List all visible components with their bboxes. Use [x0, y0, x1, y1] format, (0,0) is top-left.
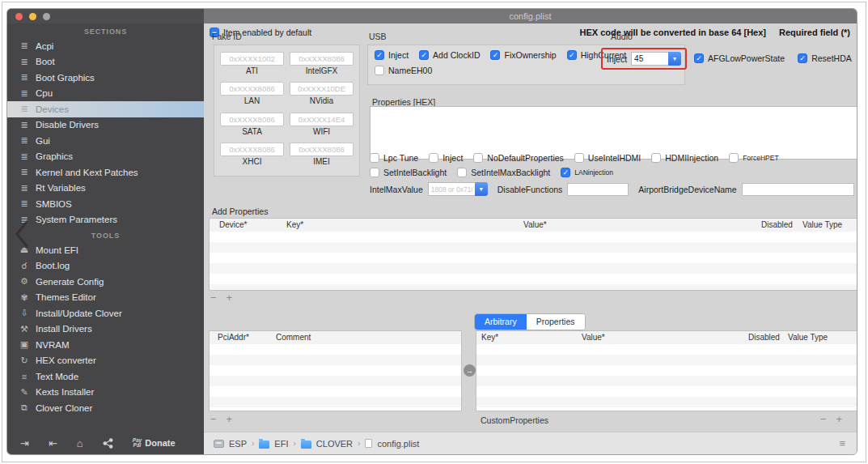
breadcrumb-item-config-plist[interactable]: config.plist — [377, 439, 419, 449]
remove-row-button[interactable]: − — [210, 293, 217, 303]
share-icon[interactable] — [103, 438, 113, 449]
afg-low-power-state-checkbox[interactable]: AFGLowPowerState — [694, 53, 785, 63]
fake-id-field-ati: ATI — [220, 52, 284, 79]
tool-item-label: HEX converter — [36, 355, 96, 365]
remove-row-button[interactable]: − — [820, 415, 827, 424]
pciaddr-table-controls: − + — [210, 415, 232, 424]
sidebar-item-acpi[interactable]: ≣Acpi — [7, 38, 204, 54]
open-config-icon[interactable]: ⇥ — [20, 437, 29, 449]
list-icon: ≣ — [19, 167, 30, 177]
fake-id-field-nvidia: NVidia — [290, 82, 354, 109]
table-body[interactable] — [210, 344, 461, 411]
menu-icon[interactable]: ≡ — [839, 437, 845, 449]
usb-inject-checkbox[interactable]: Inject — [375, 50, 409, 60]
xhci-input[interactable] — [220, 143, 284, 156]
lan-injection-checkbox[interactable]: LANinjection — [561, 168, 613, 177]
airport-bridge-device-name-input[interactable] — [742, 183, 854, 196]
paypal-donate-button[interactable]: PayPal Donate — [133, 438, 176, 449]
tool-item-mount-efi[interactable]: ⏏Mount EFI — [7, 242, 204, 258]
tool-item-text-mode[interactable]: ≡Text Mode — [7, 368, 204, 385]
checkbox-label: SetIntelMaxBacklight — [471, 168, 550, 177]
tool-item-install-drivers[interactable]: ⚒Install Drivers — [7, 321, 204, 338]
minimize-window-button[interactable] — [29, 13, 36, 20]
pciaddr-table[interactable]: PciAddr* Comment — [209, 330, 462, 411]
breadcrumb-item-clover[interactable]: CLOVER — [316, 439, 353, 449]
field-label: NVidia — [310, 96, 333, 105]
sidebar-item-boot[interactable]: ≣Boot — [7, 54, 204, 70]
window-title: config.plist — [204, 9, 857, 23]
lan-input[interactable] — [220, 82, 284, 96]
use-intel-hdmi-checkbox[interactable]: UseIntelHDMI — [574, 153, 641, 163]
sidebar-item-devices[interactable]: ≣Devices — [7, 101, 204, 117]
sata-input[interactable] — [220, 113, 284, 126]
tool-item-hex-converter[interactable]: ↻HEX converter — [7, 353, 204, 369]
set-intel-backlight-checkbox[interactable]: SetIntelBacklight — [370, 168, 447, 177]
properties-hex-textarea[interactable] — [370, 106, 857, 160]
add-row-button[interactable]: + — [227, 293, 233, 303]
disable-functions-label: DisableFunctions — [498, 185, 563, 194]
zoom-window-button[interactable] — [43, 13, 50, 20]
sidebar-item-system-parameters[interactable]: ≣System Parameters — [7, 212, 204, 228]
disable-functions-input[interactable] — [567, 183, 629, 196]
tab-arbitrary[interactable]: Arbitrary — [475, 314, 527, 330]
audio-inject-input[interactable] — [631, 52, 668, 66]
table-body[interactable] — [210, 232, 857, 290]
reset-hda-checkbox[interactable]: ResetHDA — [798, 53, 852, 63]
add-clockid-checkbox[interactable]: Add ClockID — [419, 50, 480, 60]
audio-title: Audio — [611, 32, 633, 41]
tool-item-boot-log[interactable]: ☌Boot.log — [7, 258, 204, 275]
tool-item-themes-editor[interactable]: ✾Themes Editor — [7, 290, 204, 306]
main-topbar: Item enabled by default HEX code will be… — [210, 27, 850, 38]
hdmi-injection-checkbox[interactable]: HDMIInjection — [651, 153, 718, 163]
tab-properties[interactable]: Properties — [527, 314, 585, 330]
sidebar-item-cpu[interactable]: ≣Cpu — [7, 86, 204, 102]
tool-item-nvram[interactable]: ▣NVRAM — [7, 337, 204, 353]
close-window-button[interactable] — [15, 13, 23, 20]
sidebar-collapse-chevron-icon[interactable] — [15, 220, 29, 248]
sidebar-item-graphics[interactable]: ≣Graphics — [7, 149, 204, 165]
sidebar-item-boot-graphics[interactable]: ≣Boot Graphics — [7, 70, 204, 86]
imei-input[interactable] — [290, 143, 354, 156]
set-intel-max-backlight-checkbox[interactable]: SetIntelMaxBacklight — [457, 168, 550, 177]
wifi-input[interactable] — [290, 113, 354, 126]
arbitrary-properties-tabs: Arbitrary Properties — [474, 313, 586, 330]
list-icon: ≣ — [19, 198, 30, 209]
sidebar-item-disable-drivers[interactable]: ≣Disable Drivers — [7, 117, 204, 134]
fix-ownership-checkbox[interactable]: FixOwnership — [490, 50, 556, 60]
device-flags-row1: Lpc Tune Inject NoDefaultProperties UseI… — [370, 153, 779, 163]
add-row-button[interactable]: + — [836, 415, 842, 424]
tool-item-install-update-clover[interactable]: ⇩Install/Update Clover — [7, 305, 204, 321]
remove-row-button[interactable]: − — [210, 415, 217, 424]
tool-item-generate-config[interactable]: ⚙Generate Config — [7, 274, 204, 290]
tool-item-kexts-installer[interactable]: ✎Kexts Installer — [7, 385, 204, 401]
table-body[interactable] — [476, 344, 857, 411]
intelgfx-input[interactable] — [290, 52, 354, 66]
home-icon[interactable]: ⌂ — [77, 437, 83, 449]
export-config-icon[interactable]: ⇤ — [49, 437, 57, 449]
intel-max-value-input[interactable] — [428, 182, 475, 196]
sidebar-item-smbios[interactable]: ≣SMBIOS — [7, 196, 204, 212]
chevron-down-icon[interactable]: ▾ — [668, 52, 681, 66]
nvidia-input[interactable] — [290, 82, 354, 96]
add-properties-table[interactable]: Device* Key* Value* Disabled Value Type — [209, 218, 857, 291]
breadcrumb-item-efi[interactable]: EFI — [274, 439, 288, 449]
sidebar-item-kernel-and-kext-patches[interactable]: ≣Kernel and Kext Patches — [7, 164, 204, 181]
name-eh00-checkbox[interactable]: NameEH00 — [375, 66, 432, 75]
checkbox-icon — [567, 50, 577, 60]
transfer-arrow-icon[interactable]: → — [464, 364, 476, 377]
ati-input[interactable] — [220, 52, 284, 66]
custom-properties-table[interactable]: Key* Value* Disabled Value Type — [476, 330, 857, 411]
add-row-button[interactable]: + — [227, 415, 233, 424]
no-default-properties-checkbox[interactable]: NoDefaultProperties — [473, 153, 564, 163]
checkbox-label: SetIntelBacklight — [383, 168, 447, 177]
audio-inject-combo: ▾ — [631, 52, 681, 66]
chevron-down-icon[interactable]: ▾ — [475, 182, 488, 196]
lpc-tune-checkbox[interactable]: Lpc Tune — [370, 153, 418, 163]
checkbox-label: AFGLowPowerState — [708, 53, 785, 63]
force-hpet-checkbox[interactable]: ForceHPET — [729, 153, 778, 163]
sidebar-item-gui[interactable]: ≣Gui — [7, 133, 204, 149]
device-inject-checkbox[interactable]: Inject — [429, 153, 463, 163]
sidebar-item-rt-variables[interactable]: ≣Rt Variables — [7, 181, 204, 197]
tool-item-clover-cloner[interactable]: ⧉Clover Cloner — [7, 400, 204, 416]
breadcrumb-item-esp[interactable]: ESP — [229, 439, 247, 449]
